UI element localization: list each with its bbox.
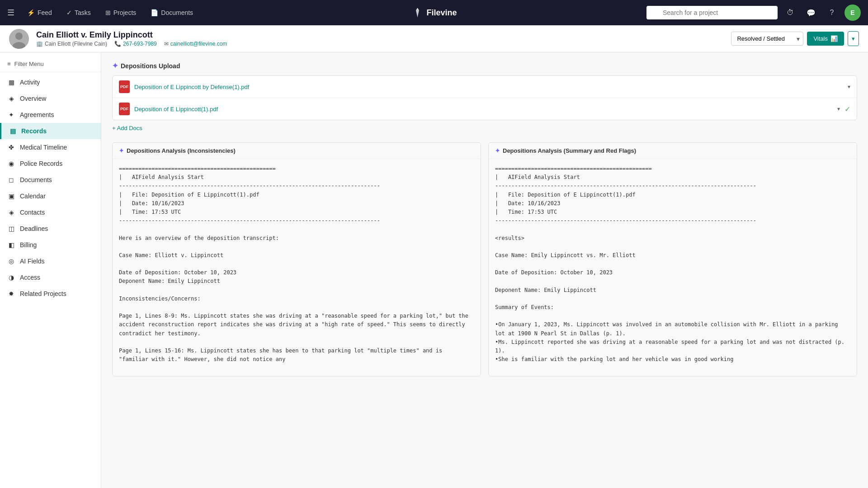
sidebar-item-deadlines[interactable]: ◫ Deadlines	[0, 221, 101, 237]
feed-label: Feed	[38, 9, 52, 16]
agreements-icon: ✦	[7, 111, 15, 118]
email-icon: ✉	[164, 41, 169, 47]
analysis-left-header: ✦ Depositions Analysis (Inconsistencies)	[113, 143, 481, 159]
analysis-left-ai-icon: ✦	[119, 147, 124, 154]
add-docs-button[interactable]: + Add Docs	[112, 125, 142, 131]
sidebar-item-ai-fields[interactable]: ◎ AI Fields	[0, 253, 101, 269]
chat-icon-button[interactable]: 💬	[803, 5, 819, 21]
sidebar-documents-label: Documents	[20, 176, 52, 183]
projects-label: Projects	[113, 9, 137, 16]
case-header: Cain Elliott v. Emily Lippincott 🏢 Cain …	[0, 25, 868, 52]
email-link[interactable]: cainelliott@filevine.com	[170, 41, 227, 47]
sidebar-contacts-label: Contacts	[20, 209, 45, 216]
main-layout: ≡ Filter Menu ▦ Activity ◈ Overview ✦ Ag…	[0, 52, 868, 488]
projects-nav-item[interactable]: ⊞ Projects	[100, 6, 142, 19]
expand-button[interactable]: ▾	[848, 31, 859, 46]
filter-menu-label: Filter Menu	[14, 61, 44, 67]
file-chevron-1[interactable]: ▾	[848, 84, 850, 90]
analysis-right-content[interactable]: ========================================…	[489, 159, 857, 376]
add-docs-label: + Add Docs	[112, 125, 142, 131]
sidebar-item-related-projects[interactable]: ✸ Related Projects	[0, 286, 101, 302]
sidebar-ai-fields-label: AI Fields	[20, 258, 44, 265]
sidebar: ≡ Filter Menu ▦ Activity ◈ Overview ✦ Ag…	[0, 52, 101, 488]
sidebar-deadlines-label: Deadlines	[20, 225, 48, 232]
sidebar-medical-label: Medical Timeline	[20, 144, 67, 151]
app-logo: Filevine	[411, 6, 457, 19]
sidebar-item-documents[interactable]: ◻ Documents	[0, 172, 101, 188]
documents-sidebar-icon: ◻	[7, 176, 15, 183]
sidebar-item-medical-timeline[interactable]: ✤ Medical Timeline	[0, 139, 101, 155]
medical-timeline-icon: ✤	[7, 144, 15, 151]
file-name-1[interactable]: Deposition of E Lippincott by Defense(1)…	[134, 84, 843, 90]
sidebar-item-activity[interactable]: ▦ Activity	[0, 74, 101, 90]
file-chevron-2[interactable]: ▾	[837, 106, 840, 112]
feed-icon: ⚡	[27, 9, 35, 16]
deadlines-icon: ◫	[7, 225, 15, 232]
pdf-icon-1: PDF	[119, 80, 130, 93]
attorney-name: Cain Elliott (Filevine Cain)	[45, 41, 107, 47]
feed-nav-item[interactable]: ⚡ Feed	[22, 6, 57, 19]
hamburger-menu-icon[interactable]: ☰	[7, 8, 14, 18]
sidebar-access-label: Access	[20, 274, 40, 281]
file-check-icon: ✓	[844, 105, 850, 113]
logo-text: Filevine	[426, 8, 457, 18]
top-navigation: ☰ ⚡ Feed ✓ Tasks ⊞ Projects 📄 Documents …	[0, 0, 868, 25]
user-avatar[interactable]: E	[844, 5, 861, 21]
search-wrapper: 🔍	[646, 6, 778, 19]
vitals-label: Vitals	[813, 35, 828, 42]
projects-icon: ⊞	[105, 9, 111, 16]
analysis-right-title: Depositions Analysis (Summary and Red Fl…	[503, 147, 636, 154]
analysis-right-panel: ✦ Depositions Analysis (Summary and Red …	[488, 142, 857, 376]
sidebar-item-agreements[interactable]: ✦ Agreements	[0, 107, 101, 123]
file-list: PDF Deposition of E Lippincott by Defens…	[112, 75, 857, 120]
case-avatar	[9, 29, 29, 49]
analysis-right-header: ✦ Depositions Analysis (Summary and Red …	[489, 143, 857, 159]
file-name-2[interactable]: Deposition of E Lippincott(1).pdf	[134, 106, 833, 113]
help-icon-button[interactable]: ?	[824, 5, 840, 21]
vitals-button[interactable]: Vitals 📊	[807, 32, 844, 46]
analysis-left-panel: ✦ Depositions Analysis (Inconsistencies)…	[112, 142, 481, 376]
depositions-upload-title: Depositions Upload	[121, 62, 180, 70]
phone-link[interactable]: 267-693-7989	[123, 41, 157, 47]
tasks-label: Tasks	[75, 9, 91, 16]
documents-icon: 📄	[151, 9, 158, 16]
documents-nav-item[interactable]: 📄 Documents	[145, 6, 198, 19]
pdf-icon-2: PDF	[119, 103, 130, 115]
phone-icon: 📞	[114, 41, 121, 47]
expand-icon: ▾	[852, 35, 855, 42]
sidebar-overview-label: Overview	[20, 95, 46, 102]
police-records-icon: ◉	[7, 160, 15, 167]
case-info: Cain Elliott v. Emily Lippincott 🏢 Cain …	[36, 30, 724, 47]
tasks-icon: ✓	[66, 9, 72, 16]
sidebar-item-billing[interactable]: ◧ Billing	[0, 237, 101, 253]
vitals-icon: 📊	[830, 35, 838, 42]
sidebar-item-calendar[interactable]: ▣ Calendar	[0, 188, 101, 204]
sidebar-billing-label: Billing	[20, 241, 37, 249]
topnav-right: 🔍 ⏱ 💬 ? E	[646, 5, 861, 21]
sidebar-item-police-records[interactable]: ◉ Police Records	[0, 155, 101, 172]
contacts-icon: ◈	[7, 209, 15, 216]
filter-menu[interactable]: ≡ Filter Menu	[0, 56, 101, 72]
sidebar-item-access[interactable]: ◑ Access	[0, 269, 101, 286]
depositions-upload-section: ✦ Depositions Upload PDF Deposition of E…	[112, 61, 857, 131]
sidebar-related-projects-label: Related Projects	[20, 290, 66, 297]
case-email: ✉ cainelliott@filevine.com	[164, 41, 227, 47]
building-icon: 🏢	[36, 41, 43, 47]
tasks-nav-item[interactable]: ✓ Tasks	[61, 6, 96, 19]
records-icon: ▤	[9, 127, 17, 135]
sidebar-item-contacts[interactable]: ◈ Contacts	[0, 204, 101, 221]
file-item-1: PDF Deposition of E Lippincott by Defens…	[113, 76, 857, 98]
documents-label: Documents	[161, 9, 193, 16]
sidebar-activity-label: Activity	[20, 79, 40, 86]
search-input[interactable]	[646, 6, 778, 19]
timer-icon-button[interactable]: ⏱	[782, 5, 798, 21]
ai-fields-icon: ◎	[7, 258, 15, 265]
calendar-icon: ▣	[7, 192, 15, 200]
analysis-left-content[interactable]: ========================================…	[113, 159, 481, 376]
case-name: Cain Elliott v. Emily Lippincott	[36, 30, 724, 40]
filter-icon: ≡	[7, 61, 11, 67]
sidebar-item-records[interactable]: ▤ Records	[0, 123, 101, 139]
sidebar-agreements-label: Agreements	[20, 111, 54, 118]
sidebar-item-overview[interactable]: ◈ Overview	[0, 90, 101, 107]
status-select[interactable]: Resolved / Settled	[731, 32, 803, 46]
